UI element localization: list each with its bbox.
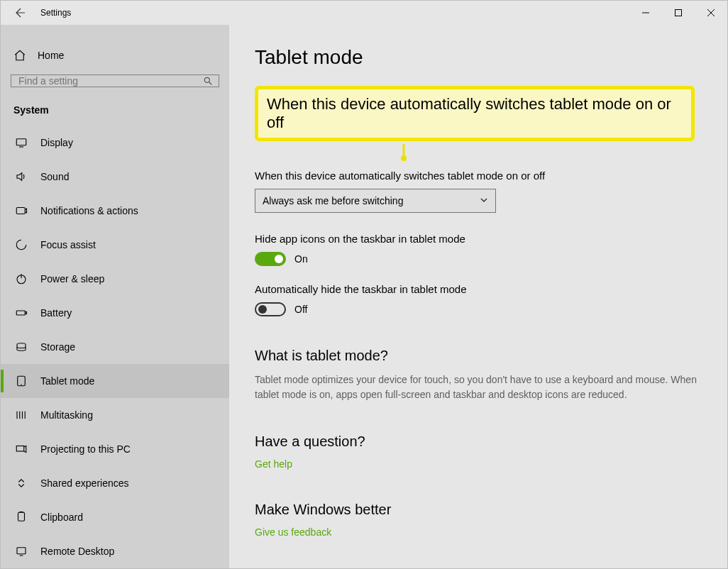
get-help-link[interactable]: Get help [255, 458, 292, 470]
what-is-body: Tablet mode optimizes your device for to… [255, 372, 702, 402]
hide-icons-label: Hide app icons on the taskbar in tablet … [255, 233, 702, 245]
switch-mode-dropdown[interactable]: Always ask me before switching [255, 189, 496, 213]
maximize-button[interactable] [662, 1, 695, 25]
svg-line-5 [209, 82, 212, 85]
display-icon [15, 136, 28, 149]
multitasking-icon [15, 409, 28, 421]
shared-experiences-icon [15, 477, 28, 490]
what-is-heading: What is tablet mode? [255, 348, 702, 364]
battery-icon [15, 306, 28, 319]
sidebar-item-label: Shared experiences [40, 477, 129, 489]
sidebar: Home System DisplaySoundNotifications & … [1, 25, 229, 568]
app-title: Settings [40, 8, 71, 18]
projecting-icon [15, 443, 28, 455]
notifications-icon [15, 204, 28, 217]
switch-mode-label: When this device automatically switches … [255, 170, 702, 182]
sidebar-item-display[interactable]: Display [1, 126, 229, 160]
sidebar-item-label: Display [40, 137, 73, 148]
svg-rect-6 [16, 139, 26, 145]
sidebar-item-multitasking[interactable]: Multitasking [1, 398, 229, 432]
svg-point-4 [204, 77, 209, 82]
close-button[interactable] [695, 1, 727, 25]
svg-rect-20 [18, 512, 25, 521]
home-label: Home [38, 50, 64, 61]
svg-rect-19 [16, 446, 24, 452]
svg-rect-1 [675, 10, 682, 16]
question-heading: Have a question? [255, 433, 702, 450]
search-box[interactable] [11, 74, 219, 87]
callout-arrow-icon [397, 144, 482, 161]
sidebar-item-label: Multitasking [40, 409, 93, 421]
svg-rect-21 [17, 548, 26, 554]
page-title: Tablet mode [255, 46, 702, 69]
sidebar-item-focus-assist[interactable]: Focus assist [1, 228, 229, 262]
sidebar-item-shared-experiences[interactable]: Shared experiences [1, 466, 229, 500]
sidebar-item-label: Projecting to this PC [40, 443, 131, 455]
sidebar-item-label: Focus assist [40, 239, 96, 250]
auto-hide-state: Off [294, 304, 307, 315]
svg-rect-8 [16, 208, 25, 214]
home-button[interactable]: Home [1, 45, 229, 66]
svg-point-24 [401, 155, 407, 161]
storage-icon [15, 341, 28, 353]
sidebar-item-storage[interactable]: Storage [1, 330, 229, 364]
sidebar-item-tablet-mode[interactable]: Tablet mode [1, 364, 229, 398]
sidebar-item-label: Clipboard [40, 512, 83, 523]
remote-desktop-icon [15, 545, 28, 558]
clipboard-icon [15, 511, 28, 524]
auto-hide-label: Automatically hide the taskbar in tablet… [255, 283, 702, 295]
sidebar-item-power-sleep[interactable]: Power & sleep [1, 262, 229, 296]
dropdown-value: Always ask me before switching [263, 195, 403, 206]
tablet-mode-icon [15, 375, 28, 387]
sidebar-item-label: Power & sleep [40, 273, 104, 284]
search-input[interactable] [11, 75, 197, 87]
feedback-link[interactable]: Give us feedback [255, 526, 331, 538]
chevron-down-icon [480, 195, 488, 206]
titlebar: Settings [1, 1, 727, 25]
content-pane: Tablet mode When this device automatical… [229, 25, 727, 568]
sidebar-item-notifications-actions[interactable]: Notifications & actions [1, 194, 229, 228]
highlighted-callout: When this device automatically switches … [255, 86, 695, 141]
svg-rect-12 [26, 312, 27, 314]
hide-icons-state: On [294, 253, 308, 265]
sidebar-item-sound[interactable]: Sound [1, 160, 229, 194]
search-icon [197, 76, 219, 86]
sidebar-item-label: Notifications & actions [40, 205, 138, 216]
hide-icons-toggle[interactable] [255, 252, 286, 266]
sidebar-item-label: Remote Desktop [40, 546, 114, 557]
sidebar-item-label: Tablet mode [40, 375, 94, 387]
home-icon [13, 49, 26, 62]
back-button[interactable] [8, 1, 31, 24]
sidebar-item-clipboard[interactable]: Clipboard [1, 500, 229, 534]
sidebar-item-projecting-to-this-pc[interactable]: Projecting to this PC [1, 432, 229, 466]
settings-window: Settings Home [0, 0, 728, 569]
focus-assist-icon [15, 238, 28, 251]
sidebar-item-label: Battery [40, 307, 72, 319]
section-heading: System [1, 97, 229, 126]
sidebar-item-label: Sound [40, 171, 69, 182]
sidebar-item-label: Storage [40, 341, 75, 353]
better-heading: Make Windows better [255, 502, 702, 518]
svg-rect-11 [16, 311, 25, 315]
sidebar-item-battery[interactable]: Battery [1, 296, 229, 330]
power-sleep-icon [15, 272, 28, 285]
auto-hide-toggle[interactable] [255, 302, 286, 316]
minimize-button[interactable] [629, 1, 662, 25]
sound-icon [15, 170, 28, 183]
sidebar-item-remote-desktop[interactable]: Remote Desktop [1, 534, 229, 568]
